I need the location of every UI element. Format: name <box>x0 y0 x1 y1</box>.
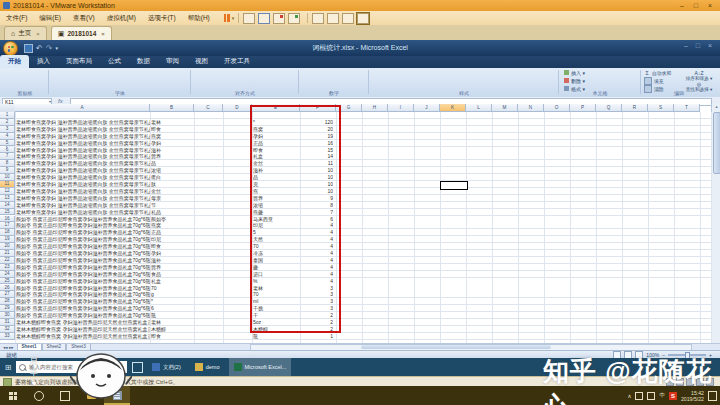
editing-填充-button[interactable]: 填充 <box>644 77 680 84</box>
cell-A13[interactable]: 老林即食燕窝孕妇 滋补营养品浓缩蛋白肽 金丝燕窝母亲节礼品 <box>16 195 150 202</box>
cell-A28[interactable]: 颜如亭 燕窝正品印尼即食燕窝孕妇滋补营养食品礼盒70g*6瓶 <box>16 298 150 305</box>
redo-icon[interactable]: ↷ <box>46 44 53 53</box>
cell-A14[interactable]: 老林即食燕窝孕妇 滋补营养品浓缩蛋白肽 金丝燕窝母亲节礼品 <box>16 202 150 209</box>
column-header-B[interactable]: B <box>150 104 194 112</box>
vmware-menu-item-2[interactable]: 查看(V) <box>67 14 101 23</box>
column-header-J[interactable]: J <box>414 104 440 112</box>
ribbon-tab-插入[interactable]: 插入 <box>29 55 58 68</box>
ribbon-tab-公式[interactable]: 公式 <box>100 55 129 68</box>
cell-A16[interactable]: 颜如亭 燕窝正品印尼即食燕窝孕妇滋补营养食品礼盒70g*6瓶 <box>16 216 150 223</box>
cell-A32[interactable]: 老林木糖醇即食燕窝 孕妇滋补营养品印尼天然金丝燕窝礼盒正品75g <box>16 326 150 333</box>
cell-B11[interactable]: 肽 <box>151 181 194 188</box>
vm-task-view-icon[interactable] <box>132 362 143 373</box>
cell-B9[interactable]: 浓缩 <box>151 167 194 174</box>
row-header-10[interactable]: 10 <box>0 174 15 181</box>
cell-A8[interactable]: 老林即食燕窝孕妇 滋补营养品浓缩蛋白肽 金丝燕窝母亲节礼品 <box>16 160 150 167</box>
row-header-29[interactable]: 29 <box>0 305 15 312</box>
cell-B21[interactable]: 孕妇 <box>151 250 194 257</box>
fullscreen-icon[interactable] <box>342 13 354 24</box>
cell-B16[interactable]: 颜如亭 <box>151 216 194 223</box>
office-button[interactable] <box>3 41 18 56</box>
cell-B15[interactable]: 礼品 <box>151 209 194 216</box>
cell-B20[interactable]: 即食 <box>151 243 194 250</box>
cell-A10[interactable]: 老林即食燕窝孕妇 滋补营养品浓缩蛋白肽 金丝燕窝母亲节礼品 <box>16 174 150 181</box>
column-header-D[interactable]: D <box>223 104 252 112</box>
row-header-25[interactable]: 25 <box>0 278 15 285</box>
column-header-M[interactable]: M <box>492 104 518 112</box>
cell-A20[interactable]: 颜如亭 燕窝正品印尼即食燕窝孕妇滋补营养食品礼盒70g*6瓶 <box>16 243 150 250</box>
cell-A25[interactable]: 颜如亭 燕窝正品印尼即食燕窝孕妇滋补营养食品礼盒70g*6瓶 <box>16 278 150 285</box>
row-header-1[interactable]: 1 <box>0 112 15 119</box>
cell-A17[interactable]: 颜如亭 燕窝正品印尼即食燕窝孕妇滋补营养食品礼盒70g*6瓶 <box>16 222 150 229</box>
row-header-13[interactable]: 13 <box>0 195 15 202</box>
cell-B27[interactable]: g <box>151 291 194 298</box>
cell-B22[interactable]: 滋补 <box>151 257 194 264</box>
cell-B26[interactable]: 70 <box>151 285 194 292</box>
cell-A12[interactable]: 老林即食燕窝孕妇 滋补营养品浓缩蛋白肽 金丝燕窝母亲节礼品 <box>16 188 150 195</box>
cell-B6[interactable]: 滋补 <box>151 147 194 154</box>
cells-插入-button[interactable]: 插入 ▾ <box>564 69 624 76</box>
qat-dropdown-icon[interactable]: ▾ <box>55 45 58 51</box>
row-header-5[interactable]: 5 <box>0 140 15 147</box>
editing-自动求和-button[interactable]: Σ自动求和 <box>644 69 680 76</box>
vmware-menu-item-5[interactable]: 帮助(H) <box>182 14 216 23</box>
cell-A27[interactable]: 颜如亭 燕窝正品印尼即食燕窝孕妇滋补营养食品礼盒70g*6瓶 <box>16 291 150 298</box>
cell-B5[interactable]: 孕妇 <box>151 140 194 147</box>
cell-A31[interactable]: 老林木糖醇即食燕窝 孕妇滋补营养品印尼天然金丝燕窝礼盒正品75g <box>16 319 150 326</box>
vm-tab-close-icon[interactable]: × <box>36 31 40 37</box>
column-header-S[interactable]: S <box>648 104 674 112</box>
cell-A23[interactable]: 颜如亭 燕窝正品印尼即食燕窝孕妇滋补营养食品礼盒70g*6瓶 <box>16 264 150 271</box>
vmware-tab-主页[interactable]: ⌂主页× <box>4 26 47 40</box>
cell-B2[interactable]: 老林 <box>151 119 194 126</box>
row-header-7[interactable]: 7 <box>0 153 15 160</box>
row-header-11[interactable]: 11 <box>0 181 15 188</box>
save-icon[interactable] <box>24 44 33 53</box>
editing-排序和筛选-button[interactable]: A↓Z排序和筛选 ▾ <box>682 70 716 81</box>
ribbon-tab-视图[interactable]: 视图 <box>187 55 216 68</box>
row-header-32[interactable]: 32 <box>0 326 15 333</box>
send-ctrl-alt-del-icon[interactable] <box>243 13 255 24</box>
vmware-menu-item-1[interactable]: 编辑(E) <box>33 14 67 23</box>
row-header-20[interactable]: 20 <box>0 243 15 250</box>
cell-B18[interactable]: 正品 <box>151 229 194 236</box>
ribbon-tab-页面布局[interactable]: 页面布局 <box>58 55 100 68</box>
vmware-window-controls[interactable]: – □ × <box>680 0 716 11</box>
row-header-15[interactable]: 15 <box>0 209 15 216</box>
row-header-22[interactable]: 22 <box>0 257 15 264</box>
row-header-9[interactable]: 9 <box>0 167 15 174</box>
column-header-I[interactable]: I <box>388 104 414 112</box>
vm-start-button[interactable]: ⊞ <box>0 363 16 372</box>
column-header-T[interactable]: T <box>674 104 700 112</box>
column-header-P[interactable]: P <box>570 104 596 112</box>
ribbon-tab-开始[interactable]: 开始 <box>0 55 29 68</box>
column-header-C[interactable]: C <box>194 104 223 112</box>
column-header-Q[interactable]: Q <box>596 104 622 112</box>
row-header-26[interactable]: 26 <box>0 285 15 292</box>
show-library-icon[interactable] <box>312 13 324 24</box>
cell-B4[interactable]: 燕窝 <box>151 133 194 140</box>
cell-B17[interactable]: 燕窝 <box>151 222 194 229</box>
row-header-4[interactable]: 4 <box>0 133 15 140</box>
row-header-31[interactable]: 31 <box>0 319 15 326</box>
vmware-tab-20181014[interactable]: ▣20181014× <box>51 26 112 40</box>
cells-删除-button[interactable]: 删除 ▾ <box>564 77 624 84</box>
column-header-K[interactable]: K <box>440 104 466 112</box>
cell-A29[interactable]: 颜如亭 燕窝正品印尼即食燕窝孕妇滋补营养食品礼盒70g*6瓶 <box>16 305 150 312</box>
cell-A33[interactable]: 老林木糖醇即食燕窝 孕妇滋补营养品印尼天然金丝燕窝礼盒正品75g <box>16 333 150 340</box>
cell-B25[interactable]: 礼盒 <box>151 278 194 285</box>
row-header-27[interactable]: 27 <box>0 291 15 298</box>
row-header-17[interactable]: 17 <box>0 222 15 229</box>
row-header-3[interactable]: 3 <box>0 126 15 133</box>
cell-A3[interactable]: 老林即食燕窝孕妇 滋补营养品浓缩蛋白肽 金丝燕窝母亲节礼品 <box>16 126 150 133</box>
excel-window-controls[interactable]: – □ × <box>684 42 715 49</box>
revert-snapshot-icon[interactable] <box>288 13 300 24</box>
row-header-33[interactable]: 33 <box>0 333 15 340</box>
cell-A5[interactable]: 老林即食燕窝孕妇 滋补营养品浓缩蛋白肽 金丝燕窝母亲节礼品 <box>16 140 150 147</box>
ribbon-tab-开发工具[interactable]: 开发工具 <box>216 55 258 68</box>
cell-B7[interactable]: 营养 <box>151 153 194 160</box>
cell-B23[interactable]: 营养 <box>151 264 194 271</box>
cell-A15[interactable]: 老林即食燕窝孕妇 滋补营养品浓缩蛋白肽 金丝燕窝母亲节礼品 <box>16 209 150 216</box>
row-header-16[interactable]: 16 <box>0 216 15 223</box>
cell-B28[interactable]: * <box>151 298 194 305</box>
cell-B14[interactable]: 节 <box>151 202 194 209</box>
